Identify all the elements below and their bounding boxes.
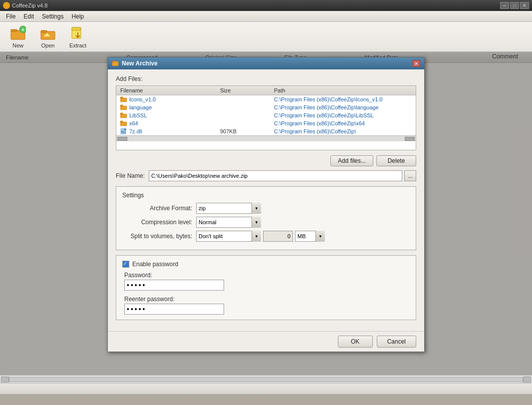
compression-level-row: Compression level: Store Fastest Fast No… xyxy=(122,217,410,228)
file-action-buttons: Add files... Delete xyxy=(116,155,416,166)
extract-button[interactable]: Extract xyxy=(64,24,92,50)
open-label: Open xyxy=(41,42,55,48)
cancel-button[interactable]: Cancel xyxy=(377,336,416,348)
split-select[interactable]: Don't split 1 MB 10 MB 100 MB Custom xyxy=(196,231,261,242)
archive-format-select-wrapper: zip 7z tar gz xyxy=(196,203,261,214)
path-language: C:\Program Files (x86)\CoffeeZip\languag… xyxy=(270,104,416,111)
open-button[interactable]: Open xyxy=(34,24,62,50)
reenter-group: Reenter password: xyxy=(124,296,410,315)
title-bar-controls: ─ □ ✕ xyxy=(500,2,529,9)
title-bar-left: CoffeeZip v4.8 xyxy=(3,2,47,9)
dialog-content: Add Files: Filename Size Path Icons_v1.0 xyxy=(108,69,424,331)
filename-language: language xyxy=(116,104,216,111)
new-button[interactable]: + New xyxy=(4,24,32,50)
app-icon xyxy=(3,2,10,9)
size-7zdll: 907KB xyxy=(216,128,270,135)
dialog-title-left: New Archive xyxy=(112,60,158,67)
settings-group: Settings Archive Format: zip 7z tar gz xyxy=(116,186,416,250)
open-icon xyxy=(40,25,56,41)
svg-rect-17 xyxy=(120,121,123,122)
settings-legend: Settings xyxy=(122,192,410,199)
list-scrollbar[interactable] xyxy=(116,135,416,141)
col-path-header: Path xyxy=(270,87,416,94)
dialog-title-text: New Archive xyxy=(122,60,158,67)
path-x64: C:\Program Files (x86)\CoffeeZip\x64 xyxy=(270,120,416,127)
enable-password-row: Enable password xyxy=(122,261,410,268)
split-row: Don't split 1 MB 10 MB 100 MB Custom xyxy=(196,231,325,242)
svg-rect-7 xyxy=(72,27,81,30)
size-language xyxy=(216,107,270,108)
horizontal-scrollbar[interactable] xyxy=(0,375,532,383)
extract-label: Extract xyxy=(69,42,86,48)
file-list-container[interactable]: Filename Size Path Icons_v1.0 C:\Program… xyxy=(116,85,416,150)
file-row-7zdll[interactable]: DLL 7z.dll 907KB C:\Program Files (x86)\… xyxy=(116,127,416,135)
filename-x64: x64 xyxy=(116,120,216,127)
toolbar: + New Open Extract xyxy=(0,22,532,52)
menu-settings[interactable]: Settings xyxy=(38,12,67,21)
scroll-track[interactable] xyxy=(9,377,523,382)
archive-format-label: Archive Format: xyxy=(122,205,192,212)
size-icons xyxy=(216,99,270,100)
folder-icon-libssl xyxy=(120,112,127,118)
svg-rect-9 xyxy=(112,61,115,62)
app-title: CoffeeZip v4.8 xyxy=(12,2,47,8)
file-row-libssl[interactable]: LibSSL C:\Program Files (x86)\CoffeeZip\… xyxy=(116,111,416,119)
path-icons: C:\Program Files (x86)\CoffeeZip\Icons_v… xyxy=(270,96,416,103)
split-volumes-row: Split to volumes, bytes: Don't split 1 M… xyxy=(122,231,410,242)
extract-icon xyxy=(70,25,86,41)
menu-bar: File Edit Settings Help xyxy=(0,11,532,22)
password-fields: Password: Reenter password: xyxy=(124,272,410,315)
status-bar xyxy=(0,383,532,394)
file-name-input[interactable] xyxy=(149,170,402,181)
path-libssl: C:\Program Files (x86)\CoffeeZip\LibSSL xyxy=(270,112,416,119)
svg-text:DLL: DLL xyxy=(121,130,126,133)
main-area: Filename Compressed Original Size File T… xyxy=(0,52,532,394)
folder-icon-x64 xyxy=(120,120,127,126)
compression-level-select[interactable]: Store Fastest Fast Normal Maximum Ultra xyxy=(196,217,261,228)
split-unit-select[interactable]: MB KB GB xyxy=(295,231,325,242)
close-button[interactable]: ✕ xyxy=(520,2,529,9)
password-section: Enable password Password: Reenter passwo… xyxy=(116,255,416,320)
filename-libssl: LibSSL xyxy=(116,112,216,119)
compression-level-select-wrapper: Store Fastest Fast Normal Maximum Ultra xyxy=(196,217,261,228)
new-icon: + xyxy=(10,25,26,41)
title-bar: CoffeeZip v4.8 ─ □ ✕ xyxy=(0,0,532,11)
svg-rect-13 xyxy=(120,105,123,106)
menu-edit[interactable]: Edit xyxy=(19,12,38,21)
minimize-button[interactable]: ─ xyxy=(500,2,509,9)
file-row-language[interactable]: language C:\Program Files (x86)\CoffeeZi… xyxy=(116,103,416,111)
folder-icon-language xyxy=(120,104,127,110)
password-group: Password: xyxy=(124,272,410,291)
col-size-header: Size xyxy=(216,87,270,94)
maximize-button[interactable]: □ xyxy=(510,2,519,9)
split-number-input[interactable] xyxy=(263,231,293,242)
dialog-footer: OK Cancel xyxy=(108,331,424,352)
file-row-x64[interactable]: x64 C:\Program Files (x86)\CoffeeZip\x64 xyxy=(116,119,416,127)
add-files-label: Add Files: xyxy=(116,75,416,82)
modal-overlay: New Archive ✕ Add Files: Filename Size P… xyxy=(0,52,532,394)
reenter-password-input[interactable] xyxy=(124,304,224,315)
menu-file[interactable]: File xyxy=(2,12,19,21)
split-volumes-label: Split to volumes, bytes: xyxy=(122,233,192,240)
password-input[interactable] xyxy=(124,280,224,291)
add-files-button[interactable]: Add files... xyxy=(330,155,373,166)
svg-text:+: + xyxy=(21,27,24,32)
size-x64 xyxy=(216,123,270,124)
file-row-icons[interactable]: Icons_v1.0 C:\Program Files (x86)\Coffee… xyxy=(116,95,416,103)
filename-icons: Icons_v1.0 xyxy=(116,96,216,103)
size-libssl xyxy=(216,115,270,116)
dialog-close-button[interactable]: ✕ xyxy=(412,60,420,67)
new-archive-dialog: New Archive ✕ Add Files: Filename Size P… xyxy=(107,57,425,352)
file-icon-7zdll: DLL xyxy=(120,128,127,134)
svg-rect-15 xyxy=(120,113,123,114)
menu-help[interactable]: Help xyxy=(67,12,88,21)
ok-button[interactable]: OK xyxy=(338,336,373,348)
enable-password-checkbox[interactable] xyxy=(122,261,129,268)
browse-button[interactable]: ... xyxy=(404,170,416,181)
enable-password-label[interactable]: Enable password xyxy=(132,261,178,268)
archive-format-select[interactable]: zip 7z tar gz xyxy=(196,203,261,214)
path-7zdll: C:\Program Files (x86)\CoffeeZip\ xyxy=(270,128,416,135)
delete-button[interactable]: Delete xyxy=(376,155,416,166)
split-unit-select-wrapper: MB KB GB xyxy=(295,231,325,242)
split-select-wrapper: Don't split 1 MB 10 MB 100 MB Custom xyxy=(196,231,261,242)
